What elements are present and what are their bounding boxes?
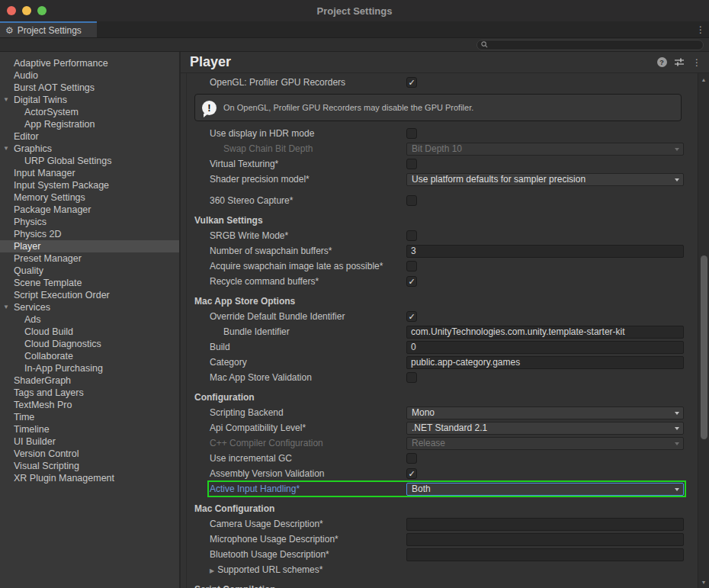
chevron-down-icon [675, 148, 679, 151]
dropdown[interactable]: Mono [406, 406, 684, 419]
checkbox-checked[interactable]: ✓ [406, 311, 417, 322]
sidebar-item-time[interactable]: Time [0, 411, 179, 423]
search-box[interactable] [476, 40, 704, 50]
checkbox-unchecked[interactable] [406, 195, 417, 206]
foldout-expanded-icon[interactable]: ▼ [3, 301, 9, 313]
sidebar-item-urp-global-settings[interactable]: URP Global Settings [0, 155, 179, 167]
settings-row: Category [187, 355, 698, 370]
sidebar-item-services[interactable]: ▼Services [0, 301, 179, 313]
sidebar-item-actorsystem[interactable]: ActorSystem [0, 106, 179, 118]
sidebar-item-player[interactable]: Player [0, 240, 179, 252]
sidebar-item-burst-aot-settings[interactable]: Burst AOT Settings [0, 82, 179, 94]
checkbox-unchecked[interactable] [406, 159, 417, 169]
sidebar-item-memory-settings[interactable]: Memory Settings [0, 191, 179, 204]
sidebar-item-physics[interactable]: Physics [0, 216, 179, 228]
sidebar-item-label: Collaborate [24, 351, 73, 361]
sidebar-item-input-manager[interactable]: Input Manager [0, 167, 179, 179]
sidebar-item-label: Input Manager [14, 168, 75, 178]
settings-row: Active Input Handling*Both [187, 481, 698, 496]
section-header: Script Compilation [187, 582, 698, 588]
chevron-down-icon [675, 178, 679, 182]
sidebar-item-label: Editor [14, 131, 39, 142]
sidebar-item-in-app-purchasing[interactable]: In-App Purchasing [0, 362, 179, 374]
checkbox-unchecked[interactable] [406, 230, 417, 241]
vertical-scrollbar[interactable]: ▲ ▼ [698, 73, 709, 588]
sidebar-item-app-registration[interactable]: App Registration [0, 118, 179, 130]
sidebar-item-script-execution-order[interactable]: Script Execution Order [0, 289, 179, 301]
dropdown[interactable]: Release [406, 437, 684, 450]
tab-project-settings[interactable]: ⚙ Project Settings [0, 21, 97, 37]
titlebar: Project Settings [0, 0, 709, 21]
sidebar-item-adaptive-performance[interactable]: Adaptive Performance [0, 57, 179, 69]
dropdown[interactable]: Bit Depth 10 [406, 143, 684, 156]
row-label: Active Input Handling* [210, 484, 300, 494]
sidebar-item-textmesh-pro[interactable]: TextMesh Pro [0, 399, 179, 411]
settings-row: Recycle command buffers*✓ [187, 274, 698, 289]
sidebar-item-ui-builder[interactable]: UI Builder [0, 435, 179, 448]
scroll-down-icon[interactable]: ▼ [698, 577, 709, 586]
row-label: Swap Chain Bit Depth [223, 143, 313, 154]
sidebar-item-label: Memory Settings [14, 192, 85, 203]
sidebar-item-shadergraph[interactable]: ShaderGraph [0, 374, 179, 387]
tab-menu-icon[interactable]: ⋮ [692, 21, 709, 37]
help-icon[interactable]: ? [656, 57, 668, 67]
row-label: Microphone Usage Description* [210, 534, 338, 545]
foldout-expanded-icon[interactable]: ▼ [3, 143, 9, 155]
sidebar-item-cloud-diagnostics[interactable]: Cloud Diagnostics [0, 338, 179, 350]
scroll-up-icon[interactable]: ▲ [698, 75, 709, 84]
sidebar-item-xr-plugin-management[interactable]: XR Plugin Management [0, 472, 179, 484]
settings-row: Scripting BackendMono [187, 405, 698, 420]
foldout-row-label[interactable]: ▶Supported URL schemes* [210, 564, 322, 575]
checkbox-unchecked[interactable] [406, 372, 417, 383]
row-label: Number of swapchain buffers* [210, 246, 332, 256]
row-label: Api Compatibility Level* [210, 423, 306, 433]
sidebar-item-quality[interactable]: Quality [0, 265, 179, 277]
text-input[interactable] [406, 533, 684, 546]
text-input[interactable] [406, 356, 684, 369]
text-input[interactable] [406, 326, 684, 339]
checkbox-checked[interactable]: ✓ [406, 77, 417, 88]
chevron-down-icon [675, 488, 679, 491]
checkbox-checked[interactable]: ✓ [406, 276, 417, 287]
row-control [406, 372, 684, 383]
sidebar-item-package-manager[interactable]: Package Manager [0, 204, 179, 216]
sidebar-item-scene-template[interactable]: Scene Template [0, 277, 179, 289]
text-input[interactable] [406, 341, 684, 354]
text-input[interactable] [406, 518, 684, 531]
checkbox-unchecked[interactable] [406, 261, 417, 272]
row-label: Shader precision model* [210, 174, 310, 185]
foldout-collapsed-icon[interactable]: ▶ [210, 567, 214, 574]
sidebar-item-physics-2d[interactable]: Physics 2D [0, 228, 179, 240]
checkbox-unchecked[interactable] [406, 453, 417, 464]
settings-row: Use display in HDR mode [187, 126, 698, 141]
search-input[interactable] [490, 40, 703, 50]
sidebar-item-tags-and-layers[interactable]: Tags and Layers [0, 387, 179, 399]
project-settings-window: Project Settings ⚙ Project Settings ⋮ Ad… [0, 0, 709, 588]
sidebar-item-version-control[interactable]: Version Control [0, 448, 179, 460]
sidebar-item-visual-scripting[interactable]: Visual Scripting [0, 460, 179, 472]
row-control: ✓ [406, 311, 684, 322]
sidebar-item-digital-twins[interactable]: ▼Digital Twins [0, 94, 179, 106]
text-input[interactable] [406, 548, 684, 561]
row-label: SRGB Write Mode* [210, 230, 288, 241]
text-input[interactable] [406, 245, 684, 258]
sidebar-item-cloud-build[interactable]: Cloud Build [0, 326, 179, 338]
dropdown[interactable]: Both [406, 483, 684, 496]
sidebar-item-input-system-package[interactable]: Input System Package [0, 179, 179, 191]
checkbox-checked[interactable]: ✓ [406, 468, 417, 479]
sidebar-item-collaborate[interactable]: Collaborate [0, 350, 179, 362]
dropdown[interactable]: Use platform defaults for sampler precis… [406, 173, 684, 186]
preset-icon[interactable] [673, 57, 685, 67]
sidebar-item-preset-manager[interactable]: Preset Manager [0, 252, 179, 265]
row-label: Virtual Texturing* [210, 159, 278, 169]
checkbox-unchecked[interactable] [406, 128, 417, 139]
scrollbar-thumb[interactable] [701, 255, 707, 439]
pane-menu-icon[interactable]: ⋮ [691, 57, 703, 68]
sidebar-item-editor[interactable]: Editor [0, 130, 179, 143]
sidebar-item-ads[interactable]: Ads [0, 313, 179, 326]
foldout-expanded-icon[interactable]: ▼ [3, 94, 9, 106]
sidebar-item-timeline[interactable]: Timeline [0, 423, 179, 435]
sidebar-item-graphics[interactable]: ▼Graphics [0, 143, 179, 155]
dropdown[interactable]: .NET Standard 2.1 [406, 422, 684, 435]
sidebar-item-audio[interactable]: Audio [0, 69, 179, 82]
